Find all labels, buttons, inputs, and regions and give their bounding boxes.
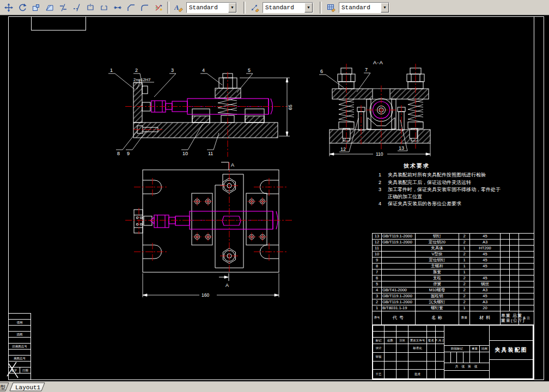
table-style-button[interactable] [324, 1, 338, 14]
dim-160: 160 [143, 273, 279, 298]
bom-header-name: 名 称 [416, 311, 459, 325]
weight-cell [510, 252, 519, 258]
join-button[interactable] [111, 1, 124, 14]
tech-req-text: 夹具装配前对所有夹具配件按照图纸进行检验 [388, 171, 504, 179]
remark-cell [519, 305, 534, 311]
table-style-select[interactable]: Standard ▼ [339, 2, 389, 13]
balloon: 7 [365, 67, 368, 72]
extend-button[interactable] [70, 1, 83, 14]
strip-label: 签字 [9, 367, 20, 373]
move-button[interactable] [2, 1, 15, 14]
section-letter: A [231, 162, 234, 168]
strip-label: 日期 [20, 367, 31, 373]
weight-cell [501, 246, 510, 252]
weight-cell [510, 281, 519, 287]
remark-cell [519, 258, 534, 264]
table-style-value: Standard [339, 3, 381, 13]
label-check: 审核 [373, 352, 385, 362]
remark-cell [519, 299, 534, 305]
frame-corner-box [32, 17, 86, 30]
tech-req-no: 3 [379, 186, 384, 200]
weight-cell [501, 234, 510, 240]
front-view: 65 1 2 3 4 5 8 9 1 [106, 64, 294, 160]
balloon: 12 [340, 146, 346, 152]
dim-160-text: 160 [202, 292, 209, 298]
rotate-icon [18, 3, 27, 12]
remark-cell [519, 234, 534, 240]
frame-left-strip: 借用 描图 旧底图总号 底图总号 签字 日期 [8, 313, 31, 379]
bom-row: 9定位销钉145 [373, 258, 534, 264]
rotate-button[interactable] [15, 1, 29, 14]
hole-dim-text: 2×φ12H7 [133, 77, 150, 82]
weight-cell [510, 270, 519, 275]
weight-cell [510, 246, 519, 252]
chevron-down-icon[interactable]: ▼ [304, 3, 313, 13]
section-structure [330, 68, 430, 143]
strip-label: 旧底图总号 [9, 344, 30, 349]
stretch-button[interactable] [42, 1, 56, 14]
remark-cell [519, 240, 534, 246]
section-label: A-A [373, 59, 383, 65]
balloon: 6 [320, 69, 323, 74]
label-design: 设计 [373, 344, 385, 353]
weight-cell [501, 264, 510, 270]
tech-req-no: 1 [379, 171, 384, 179]
label-standardization: 标准化 [408, 344, 427, 353]
trim-button[interactable] [56, 1, 70, 14]
weight-cell [510, 275, 519, 281]
join-icon [113, 3, 122, 12]
svg-text:A: A [174, 3, 179, 11]
remark-cell [519, 264, 534, 270]
weight-cell [501, 305, 510, 311]
toolbar-separator [167, 2, 169, 14]
bom-row: 8主螺杆145 [373, 264, 534, 270]
bom-table: 13GB/T119.1-2000销钉245 12GB/T119.1-2000定位… [372, 233, 534, 325]
remark-cell [519, 287, 534, 293]
dim-style-icon [251, 3, 259, 12]
chamfer-button[interactable] [124, 1, 138, 14]
remark-cell [519, 270, 534, 275]
fillet-button[interactable] [138, 1, 151, 14]
weight-cell [510, 240, 519, 246]
bom-row: 4GB/T41-2000M10螺母2A3 [373, 287, 534, 293]
weight-cell [501, 270, 510, 275]
weight-cell [501, 252, 510, 258]
chevron-down-icon[interactable]: ▼ [381, 3, 389, 13]
bom-header-row: 序号 代 号 名 称 数量 材 料 单重 总重重量(公斤) 备 注 [373, 311, 534, 325]
trim-icon [59, 3, 68, 12]
weight-cell [501, 258, 510, 264]
bom-header-material: 材 料 [470, 311, 501, 325]
title-block: 标记 处数 分区 更改文件号 签名 年.月.日 设计 标准化 审核 工艺 批准 … [372, 324, 534, 379]
balloon: 1 [110, 68, 113, 73]
remark-cell [519, 246, 534, 252]
drawing-canvas[interactable]: 借用 描图 旧底图总号 底图总号 签字 日期 [0, 15, 549, 381]
toolbar: A Standard ▼ Standard ▼ Standard ▼ [0, 0, 549, 15]
bom-row: 12GB/T119.1-2000定位销202A3 [373, 240, 534, 246]
stretch-icon [45, 3, 54, 12]
weight-cell [501, 293, 510, 299]
weight-cell [510, 258, 519, 264]
dim-style-button[interactable] [248, 1, 261, 14]
section-mark-top [221, 162, 229, 170]
weight-cell [501, 240, 510, 246]
cad-window: A Standard ▼ Standard ▼ Standard ▼ [0, 0, 549, 392]
tech-req-text: 保证夹具安装后的各形位公差要求 [388, 200, 504, 207]
text-style-select[interactable]: Standard ▼ [186, 2, 237, 13]
strip-label: 底图总号 [9, 356, 30, 361]
chevron-down-icon[interactable]: ▼ [228, 3, 236, 13]
balloon: 11 [208, 151, 213, 156]
tab-layout1[interactable]: Layout1 [10, 383, 45, 391]
balloon: 5 [248, 68, 251, 73]
explode-button[interactable] [151, 1, 165, 14]
dim-style-select[interactable]: Standard ▼ [263, 2, 313, 13]
extend-icon [72, 3, 81, 12]
remark-cell [519, 293, 534, 299]
statusbar: 型 Layout1 [0, 381, 549, 392]
tab-model[interactable]: 型 [0, 383, 9, 391]
break-button[interactable] [97, 1, 111, 14]
break-at-point-button[interactable] [83, 1, 97, 14]
text-style-button[interactable]: A [172, 1, 185, 14]
tech-req-text: 加工零件时，保证夹具安装牢固不得移动，零件处于正确的加工位置 [388, 186, 504, 200]
explode-icon [154, 3, 163, 12]
scale-button[interactable] [29, 1, 42, 14]
